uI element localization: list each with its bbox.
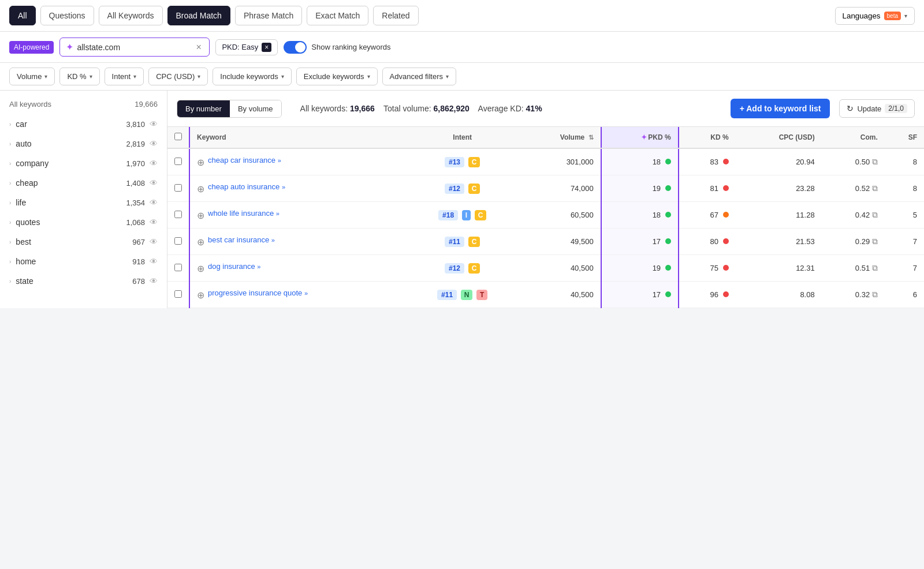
filter-bar: Volume ▾ KD % ▾ Intent ▾ CPC (USD) ▾ Inc…	[0, 63, 924, 91]
eye-icon-home[interactable]: 👁	[150, 257, 158, 266]
keyword-link-4[interactable]: dog insurance »	[208, 262, 260, 271]
sidebar-item-best[interactable]: › best 967 👁	[0, 232, 167, 252]
row-checkbox-5[interactable]	[174, 290, 182, 298]
tab-related[interactable]: Related	[373, 6, 418, 25]
eye-icon-auto[interactable]: 👁	[150, 139, 158, 148]
kd-dot-3	[723, 238, 729, 244]
sidebar-label-life: life	[16, 198, 26, 207]
sidebar-label-auto: auto	[16, 139, 31, 148]
advanced-chevron-icon: ▾	[446, 73, 449, 80]
table-row: ⊕ cheap auto insurance » #12 C74,00019 8…	[167, 175, 924, 202]
languages-button[interactable]: Languages beta ▾	[835, 7, 915, 25]
eye-icon-cheap[interactable]: 👁	[150, 178, 158, 188]
keyword-link-2[interactable]: whole life insurance »	[208, 209, 280, 218]
select-all-checkbox[interactable]	[174, 133, 182, 140]
eye-icon-company[interactable]: 👁	[150, 159, 158, 168]
add-keyword-icon-0[interactable]: ⊕	[197, 157, 204, 168]
row-checkbox-4[interactable]	[174, 264, 182, 271]
cpc-cell-0: 20.94	[736, 148, 822, 175]
row-checkbox-1[interactable]	[174, 184, 182, 192]
keyword-cell-2: ⊕ whole life insurance »	[189, 202, 407, 229]
add-keyword-icon-1[interactable]: ⊕	[197, 184, 204, 194]
com-cell-5: 0.32 ⧉	[822, 282, 885, 308]
tab-questions[interactable]: Questions	[40, 6, 94, 25]
sidebar-item-quotes[interactable]: › quotes 1,068 👁	[0, 212, 167, 232]
kd-filter-btn[interactable]: KD % ▾	[59, 68, 99, 85]
by-volume-btn[interactable]: By volume	[230, 100, 281, 117]
update-button[interactable]: ↻ Update 2/1,0	[839, 99, 915, 118]
serp-icon-0[interactable]: ⧉	[872, 157, 878, 166]
table-row: ⊕ dog insurance » #12 C40,50019 75 12.31…	[167, 255, 924, 282]
pkd-chip-remove-icon[interactable]: ×	[262, 43, 271, 52]
view-toggle-group: By number By volume	[177, 100, 282, 118]
advanced-filters-btn[interactable]: Advanced filters ▾	[382, 68, 457, 85]
keyword-link-3[interactable]: best car insurance »	[208, 235, 275, 244]
sf-cell-0: 8	[885, 148, 924, 175]
serp-icon-3[interactable]: ⧉	[872, 237, 878, 246]
kd-cell-1: 81	[679, 175, 736, 202]
sidebar-item-auto[interactable]: › auto 2,819 👁	[0, 134, 167, 154]
sidebar-all-keywords-count: 19,666	[135, 100, 158, 108]
keyword-link-5[interactable]: progressive insurance quote »	[208, 289, 308, 297]
eye-icon-best[interactable]: 👁	[150, 237, 158, 246]
eye-icon-quotes[interactable]: 👁	[150, 218, 158, 227]
keyword-link-1[interactable]: cheap auto insurance »	[208, 182, 285, 191]
row-checkbox-3[interactable]	[174, 237, 182, 245]
clear-search-icon[interactable]: ×	[196, 42, 201, 53]
sidebar-item-car[interactable]: › car 3,810 👁	[0, 114, 167, 134]
show-ranking-toggle[interactable]	[284, 41, 307, 54]
serp-icon-4[interactable]: ⧉	[872, 263, 878, 272]
exclude-keywords-filter-btn[interactable]: Exclude keywords ▾	[296, 68, 378, 85]
sidebar-label-best: best	[16, 237, 31, 246]
tab-phrase-match[interactable]: Phrase Match	[235, 6, 302, 25]
volume-sort-icon[interactable]: ⇅	[588, 134, 594, 141]
sidebar-item-company[interactable]: › company 1,970 👁	[0, 154, 167, 173]
volume-filter-btn[interactable]: Volume ▾	[9, 68, 55, 85]
sidebar-item-cheap[interactable]: › cheap 1,408 👁	[0, 173, 167, 193]
tab-all[interactable]: All	[9, 6, 36, 25]
include-keywords-filter-btn[interactable]: Include keywords ▾	[213, 68, 291, 85]
com-cell-2: 0.42 ⧉	[822, 202, 885, 229]
serp-icon-2[interactable]: ⧉	[872, 210, 878, 219]
chevron-right-icon: ›	[9, 259, 11, 265]
add-keyword-icon-3[interactable]: ⊕	[197, 237, 204, 248]
intent-cell-4: #12 C	[407, 255, 518, 282]
sidebar-all-keywords-label: All keywords	[9, 100, 51, 108]
sidebar-item-home[interactable]: › home 918 👁	[0, 252, 167, 271]
add-keyword-icon-5[interactable]: ⊕	[197, 290, 204, 301]
domain-search-wrap: ✦ ×	[59, 38, 210, 57]
sf-col-header: SF	[885, 127, 924, 148]
sidebar-header: All keywords 19,666	[0, 98, 167, 114]
serp-icon-5[interactable]: ⧉	[872, 290, 878, 299]
intent-filter-btn[interactable]: Intent ▾	[105, 68, 144, 85]
pkd-col-header: ✦PKD %	[601, 127, 679, 148]
volume-cell-2: 60,500	[518, 202, 601, 229]
row-checkbox-0[interactable]	[174, 158, 182, 165]
eye-icon-car[interactable]: 👁	[150, 119, 158, 129]
domain-search-input[interactable]	[77, 43, 192, 52]
intent-cell-5: #11 N T	[407, 282, 518, 308]
volume-col-header[interactable]: Volume ⇅	[518, 127, 601, 148]
eye-icon-state[interactable]: 👁	[150, 276, 158, 286]
cpc-filter-btn[interactable]: CPC (USD) ▾	[148, 68, 208, 85]
add-keyword-icon-4[interactable]: ⊕	[197, 263, 204, 274]
tab-all-keywords[interactable]: All Keywords	[99, 6, 163, 25]
pkd-chip-label: PKD: Easy	[222, 43, 258, 51]
serp-icon-1[interactable]: ⧉	[872, 184, 878, 193]
add-to-keyword-list-button[interactable]: + Add to keyword list	[731, 99, 830, 118]
intent-cell-1: #12 C	[407, 175, 518, 202]
eye-icon-life[interactable]: 👁	[150, 198, 158, 207]
tab-broad-match[interactable]: Broad Match	[167, 6, 230, 25]
add-keyword-icon-2[interactable]: ⊕	[197, 210, 204, 221]
keyword-link-0[interactable]: cheap car insurance »	[208, 156, 281, 164]
chevron-right-icon: ›	[9, 219, 11, 226]
cpc-cell-2: 11.28	[736, 202, 822, 229]
intent-col-header: Intent	[407, 127, 518, 148]
pkd-chip: PKD: Easy ×	[215, 39, 278, 55]
sidebar-item-state[interactable]: › state 678 👁	[0, 271, 167, 291]
sf-cell-2: 5	[885, 202, 924, 229]
tab-exact-match[interactable]: Exact Match	[307, 6, 368, 25]
by-number-btn[interactable]: By number	[177, 100, 230, 117]
sidebar-item-life[interactable]: › life 1,354 👁	[0, 193, 167, 212]
row-checkbox-2[interactable]	[174, 211, 182, 218]
